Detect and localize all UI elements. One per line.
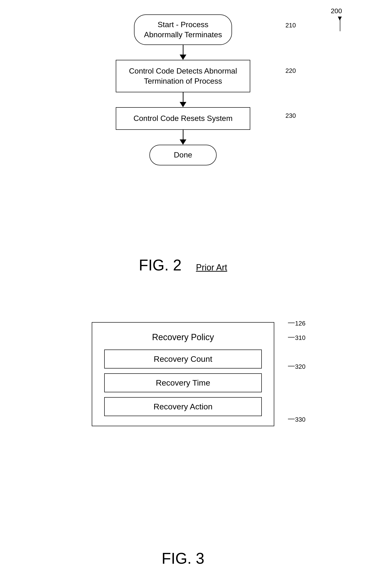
done-text: Done — [174, 150, 192, 159]
arrow-head-1 — [180, 55, 186, 60]
arrow-2 — [99, 92, 267, 107]
fig3-caption-text: FIG. 3 — [162, 550, 204, 567]
arrow-head-3 — [180, 139, 186, 145]
ref-210-label: 210 — [286, 22, 296, 29]
diagram-container: 200 ▲ Start - Process Abnormally Termina… — [0, 0, 366, 577]
recovery-count-box: Recovery Count — [104, 350, 262, 368]
arrow-1 — [99, 45, 267, 60]
ref-126-label: 126 — [295, 320, 305, 327]
arrow-line-2 — [183, 92, 183, 102]
start-node: Start - Process Abnormally Terminates 21… — [99, 15, 267, 45]
reset-node: Control Code Resets System 230 — [99, 107, 267, 130]
ref-200-text: 200 — [331, 7, 342, 15]
recovery-time-box: Recovery Time — [104, 373, 262, 392]
start-line2: Abnormally Terminates — [144, 30, 222, 39]
reset-box: Control Code Resets System — [116, 107, 250, 130]
recovery-policy-outer-box: Recovery Policy Recovery Count Recovery … — [92, 322, 274, 426]
arrow-line-3 — [183, 130, 183, 139]
detect-box: Control Code Detects Abnormal Terminatio… — [116, 60, 250, 92]
fig3-caption: FIG. 3 — [162, 549, 204, 567]
ref-200-line — [340, 19, 340, 31]
fig3-section: Recovery Policy Recovery Count Recovery … — [0, 293, 366, 582]
done-box: Done — [149, 145, 217, 165]
recovery-policy-container: Recovery Policy Recovery Count Recovery … — [92, 322, 274, 426]
ref-200-label: 200 — [331, 7, 342, 15]
ref-230-label: 230 — [286, 112, 296, 119]
detect-line2: Termination of Process — [144, 77, 222, 85]
start-box: Start - Process Abnormally Terminates — [134, 15, 232, 45]
fig2-section: 200 ▲ Start - Process Abnormally Termina… — [0, 0, 366, 289]
recovery-policy-title: Recovery Policy — [104, 332, 262, 342]
detect-node: Control Code Detects Abnormal Terminatio… — [99, 60, 267, 92]
recovery-action-box: Recovery Action — [104, 397, 262, 416]
ref-220-label: 220 — [286, 67, 296, 75]
ref-330-label: 330 — [295, 416, 305, 423]
done-node: Done — [99, 145, 267, 165]
arrow-3 — [99, 130, 267, 145]
detect-line1: Control Code Detects Abnormal — [129, 67, 237, 75]
fig2-caption: FIG. 2 Prior Art — [139, 256, 227, 274]
ref-320-label: 320 — [295, 363, 305, 370]
arrow-head-2 — [180, 102, 186, 107]
arrow-line-1 — [183, 45, 183, 55]
ref-310-label: 310 — [295, 334, 305, 342]
fig2-caption-text: FIG. 2 — [139, 256, 182, 274]
flowchart-fig2: Start - Process Abnormally Terminates 21… — [99, 15, 267, 165]
prior-art-text: Prior Art — [196, 263, 227, 273]
reset-text: Control Code Resets System — [134, 114, 233, 123]
start-line1: Start - Process — [158, 20, 208, 29]
